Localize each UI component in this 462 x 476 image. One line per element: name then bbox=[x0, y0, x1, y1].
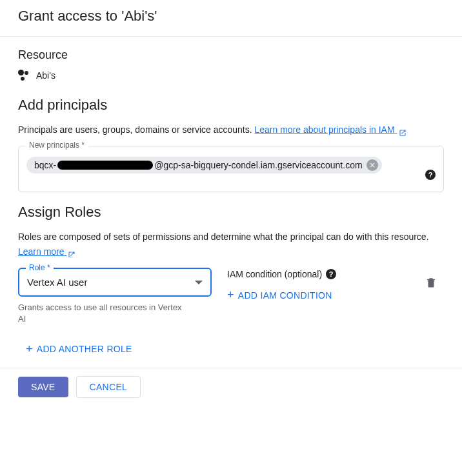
plus-icon: + bbox=[26, 342, 33, 356]
dialog-header: Grant access to 'Abi's' bbox=[0, 0, 462, 37]
cancel-button[interactable]: Cancel bbox=[76, 376, 141, 398]
page-title: Grant access to 'Abi's' bbox=[18, 8, 444, 25]
resource-heading: Resource bbox=[18, 48, 444, 62]
delete-role-column bbox=[418, 268, 444, 290]
iam-condition-label: IAM condition (optional) bbox=[227, 269, 322, 279]
iam-condition-label-row: IAM condition (optional) ? bbox=[227, 269, 403, 279]
role-hint: Grants access to use all resources in Ve… bbox=[18, 302, 186, 325]
resource-item: Abi's bbox=[18, 70, 444, 81]
add-role-label: Add Another Role bbox=[37, 344, 132, 354]
roles-desc-text: Roles are composed of sets of permission… bbox=[18, 232, 429, 242]
principals-desc-text: Principals are users, groups, domains or… bbox=[18, 124, 255, 135]
principal-chip[interactable]: bqcx- @gcp-sa-bigquery-condel.iam.gservi… bbox=[26, 157, 382, 174]
resource-icon bbox=[18, 70, 30, 81]
new-principals-label: New principals * bbox=[25, 141, 88, 150]
principals-heading: Add principals bbox=[18, 97, 444, 114]
principal-chip-text: bqcx- @gcp-sa-bigquery-condel.iam.gservi… bbox=[34, 160, 363, 170]
principals-description: Principals are users, groups, domains or… bbox=[18, 123, 444, 137]
add-another-role-button[interactable]: + Add Another Role bbox=[26, 337, 132, 361]
chip-remove-icon[interactable] bbox=[367, 159, 378, 171]
role-select-column: Role * Vertex AI user Grants access to u… bbox=[18, 268, 212, 325]
chip-suffix: @gcp-sa-bigquery-condel.iam.gserviceacco… bbox=[154, 160, 362, 170]
add-iam-condition-button[interactable]: + Add IAM condition bbox=[227, 283, 332, 307]
trash-icon[interactable] bbox=[425, 277, 437, 290]
principals-learn-more-link[interactable]: Learn more about principals in IAM bbox=[255, 124, 407, 135]
principals-section: Add principals Principals are users, gro… bbox=[0, 85, 462, 192]
roles-learn-link-text: Learn more bbox=[18, 246, 65, 257]
chip-prefix: bqcx- bbox=[34, 160, 56, 170]
external-link-icon bbox=[399, 126, 407, 134]
roles-section: Assign Roles Roles are composed of sets … bbox=[0, 192, 462, 325]
resource-name: Abi's bbox=[36, 70, 55, 81]
roles-learn-more-link[interactable]: Learn more bbox=[18, 246, 75, 257]
save-button[interactable]: Save bbox=[18, 377, 68, 397]
help-icon[interactable]: ? bbox=[425, 170, 436, 180]
principals-learn-link-text: Learn more about principals in IAM bbox=[255, 124, 395, 135]
role-row: Role * Vertex AI user Grants access to u… bbox=[18, 268, 444, 325]
new-principals-field[interactable]: New principals * bqcx- @gcp-sa-bigquery-… bbox=[18, 146, 444, 192]
footer: Save Cancel bbox=[0, 368, 462, 406]
resource-section: Resource Abi's bbox=[0, 37, 462, 81]
iam-condition-column: IAM condition (optional) ? + Add IAM con… bbox=[227, 268, 403, 307]
role-select-label: Role * bbox=[26, 263, 54, 272]
add-role-section: + Add Another Role bbox=[0, 326, 462, 368]
roles-description: Roles are composed of sets of permission… bbox=[18, 230, 444, 259]
role-select-value: Vertex AI user bbox=[27, 277, 87, 288]
chevron-down-icon bbox=[195, 281, 203, 284]
roles-heading: Assign Roles bbox=[18, 204, 444, 221]
redacted-text bbox=[57, 161, 153, 170]
external-link-icon bbox=[68, 248, 75, 256]
help-icon[interactable]: ? bbox=[326, 269, 336, 279]
add-condition-label: Add IAM condition bbox=[238, 290, 332, 301]
plus-icon: + bbox=[227, 288, 234, 302]
role-select[interactable]: Role * Vertex AI user bbox=[18, 268, 212, 297]
